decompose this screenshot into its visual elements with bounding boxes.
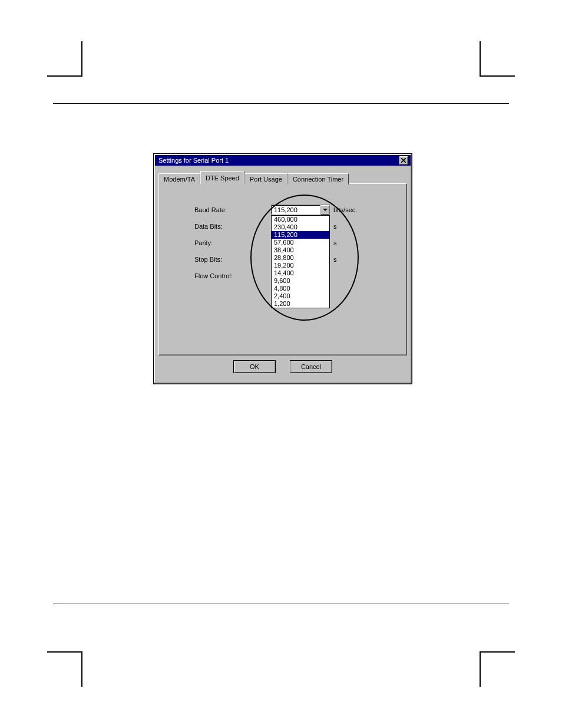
- crop-mark: [47, 651, 82, 687]
- settings-dialog: Settings for Serial Port 1 Modem/TA DTE …: [153, 153, 412, 384]
- baud-option[interactable]: 460,800: [272, 216, 329, 223]
- tab-strip: Modem/TA DTE Speed Port Usage Connection…: [158, 170, 407, 184]
- label-data-bits: Data Bits:: [171, 223, 271, 230]
- rule-top: [53, 103, 509, 104]
- dialog-button-row: OK Cancel: [158, 355, 407, 379]
- baud-option[interactable]: 9,600: [272, 277, 329, 285]
- dialog-title: Settings for Serial Port 1: [158, 155, 229, 166]
- titlebar: Settings for Serial Port 1: [155, 155, 411, 166]
- tab-modem-ta[interactable]: Modem/TA: [158, 173, 200, 185]
- ok-button[interactable]: OK: [233, 360, 276, 373]
- baud-option[interactable]: 1,200: [272, 300, 329, 308]
- tab-panel-dte-speed: Baud Rate: 115,200 460,800 230,400 115,2…: [158, 183, 407, 355]
- label-baud-rate: Baud Rate:: [171, 206, 271, 213]
- crop-mark: [480, 651, 515, 687]
- tab-label: DTE Speed: [206, 174, 239, 182]
- baud-option[interactable]: 4,800: [272, 285, 329, 292]
- baud-option[interactable]: 57,600: [272, 239, 329, 246]
- baud-rate-dropdown[interactable]: 460,800 230,400 115,200 57,600 38,400 28…: [271, 215, 330, 308]
- unit-parity: s: [330, 239, 337, 246]
- label-stop-bits: Stop Bits:: [171, 256, 271, 263]
- unit-data-bits: s: [330, 223, 337, 230]
- tab-label: Port Usage: [250, 176, 282, 183]
- crop-mark: [480, 41, 515, 77]
- baud-rate-value: 115,200: [272, 205, 320, 215]
- baud-option[interactable]: 38,400: [272, 246, 329, 254]
- unit-bits-sec: bits/sec.: [330, 206, 357, 213]
- baud-option[interactable]: 230,400: [272, 223, 329, 231]
- label-parity: Parity:: [171, 239, 271, 246]
- tab-port-usage[interactable]: Port Usage: [244, 173, 287, 185]
- label-flow-control: Flow Control:: [171, 272, 271, 279]
- close-icon[interactable]: [399, 156, 408, 165]
- baud-option-selected[interactable]: 115,200: [272, 231, 329, 239]
- unit-stop-bits: s: [330, 256, 337, 263]
- baud-rate-combo[interactable]: 115,200 460,800 230,400 115,200 57,600 3…: [271, 205, 330, 215]
- baud-option[interactable]: 19,200: [272, 262, 329, 269]
- crop-mark: [47, 41, 82, 77]
- chevron-down-icon[interactable]: [320, 205, 329, 215]
- baud-option[interactable]: 2,400: [272, 292, 329, 300]
- tab-connection-timer[interactable]: Connection Timer: [287, 173, 349, 185]
- cancel-button[interactable]: Cancel: [290, 360, 332, 373]
- tab-label: Modem/TA: [164, 176, 195, 183]
- rule-bottom: [53, 604, 509, 604]
- tab-label: Connection Timer: [293, 176, 343, 183]
- baud-option[interactable]: 14,400: [272, 269, 329, 277]
- baud-option[interactable]: 28,800: [272, 254, 329, 262]
- tab-dte-speed[interactable]: DTE Speed: [200, 171, 244, 185]
